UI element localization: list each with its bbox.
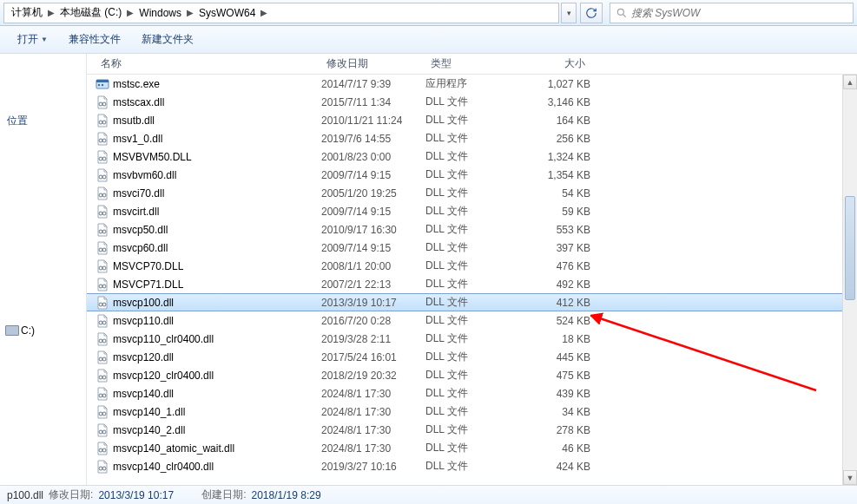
file-size: 34 KB	[521, 406, 590, 418]
new-folder-label: 新建文件夹	[142, 32, 194, 47]
dll-icon	[96, 187, 109, 200]
nav-location[interactable]: 位置	[3, 111, 82, 131]
file-type: DLL 文件	[425, 331, 521, 346]
refresh-button[interactable]	[580, 3, 603, 23]
column-type[interactable]: 类型	[425, 56, 521, 71]
search-box[interactable]	[610, 3, 854, 23]
file-row[interactable]: msvcp120.dll2017/5/24 16:01DLL 文件445 KB	[87, 348, 857, 366]
dll-icon	[96, 95, 109, 109]
new-folder-button[interactable]: 新建文件夹	[133, 29, 202, 50]
scroll-thumb[interactable]	[845, 196, 855, 300]
address-dropdown[interactable]: ▾	[561, 3, 577, 23]
file-type: DLL 文件	[425, 204, 521, 219]
file-row[interactable]: msvcp140_atomic_wait.dll2024/8/1 17:30DL…	[87, 439, 857, 457]
file-name: msutb.dll	[113, 115, 321, 127]
search-input[interactable]	[631, 7, 847, 19]
dll-icon	[96, 350, 109, 364]
file-row[interactable]: msutb.dll2010/11/21 11:24DLL 文件164 KB	[87, 111, 857, 129]
file-name: mstsc.exe	[113, 78, 321, 90]
column-size[interactable]: 大小	[521, 56, 590, 71]
file-type: DLL 文件	[425, 295, 521, 310]
details-bar: p100.dll 修改日期: 2013/3/19 10:17 创建日期: 201…	[0, 485, 857, 504]
file-row[interactable]: MSVCP70.DLL2008/1/1 20:00DLL 文件476 KB	[87, 257, 857, 275]
file-name: MSVCP71.DLL	[113, 278, 321, 291]
file-type: DLL 文件	[425, 222, 521, 237]
breadcrumb-item[interactable]: Windows	[135, 7, 185, 19]
chevron-right-icon[interactable]: ▶	[46, 8, 56, 17]
column-date[interactable]: 修改日期	[321, 56, 425, 71]
file-date: 2024/8/1 17:30	[321, 406, 425, 418]
file-size: 424 KB	[521, 461, 590, 473]
file-name: mstscax.dll	[113, 96, 321, 108]
file-row[interactable]: msvcp120_clr0400.dll2018/2/19 20:32DLL 文…	[87, 366, 857, 384]
file-name: msvcp140.dll	[113, 388, 321, 400]
toolbar: 打开 ▼ 兼容性文件 新建文件夹	[0, 26, 857, 54]
file-size: 439 KB	[521, 388, 590, 400]
breadcrumb-item[interactable]: SysWOW64	[195, 7, 259, 19]
file-name: msvcp140_2.dll	[113, 424, 321, 436]
dll-icon	[96, 405, 109, 419]
file-name: msv1_0.dll	[113, 133, 321, 145]
file-size: 397 KB	[521, 242, 590, 254]
chevron-right-icon[interactable]: ▶	[259, 8, 269, 17]
file-type: DLL 文件	[425, 95, 521, 109]
file-row[interactable]: msvcp50.dll2010/9/17 16:30DLL 文件553 KB	[87, 220, 857, 239]
svg-point-0	[617, 9, 623, 15]
file-size: 59 KB	[521, 206, 590, 218]
compat-files-button[interactable]: 兼容性文件	[60, 29, 129, 50]
dll-icon	[96, 114, 109, 128]
file-list[interactable]: mstsc.exe2014/7/17 9:39应用程序1,027 KBmstsc…	[87, 75, 857, 485]
file-date: 2009/7/14 9:15	[321, 242, 425, 254]
file-name: msvcp60.dll	[113, 242, 321, 254]
file-size: 1,324 KB	[521, 151, 590, 163]
file-row[interactable]: MSVCP71.DLL2007/2/1 22:13DLL 文件492 KB	[87, 275, 857, 293]
file-date: 2005/1/20 19:25	[321, 187, 425, 200]
chevron-right-icon[interactable]: ▶	[185, 8, 195, 17]
file-type: DLL 文件	[425, 113, 521, 128]
scroll-down-icon[interactable]: ▼	[843, 470, 857, 485]
scrollbar[interactable]: ▲ ▼	[842, 75, 857, 485]
details-created-value: 2018/1/19 8:29	[251, 489, 320, 501]
file-row[interactable]: msvcp60.dll2009/7/14 9:15DLL 文件397 KB	[87, 239, 857, 257]
breadcrumb-item[interactable]: 本地磁盘 (C:)	[56, 5, 125, 20]
svg-point-3	[98, 83, 100, 85]
refresh-icon	[585, 7, 597, 19]
details-filename: p100.dll	[7, 489, 43, 501]
chevron-right-icon[interactable]: ▶	[125, 8, 135, 17]
file-size: 475 KB	[521, 370, 590, 382]
dll-icon	[96, 278, 109, 291]
file-row[interactable]: mstsc.exe2014/7/17 9:39应用程序1,027 KB	[87, 75, 857, 93]
file-row[interactable]: msvci70.dll2005/1/20 19:25DLL 文件54 KB	[87, 184, 857, 202]
file-name: msvcirt.dll	[113, 206, 321, 218]
file-date: 2017/5/24 16:01	[321, 351, 425, 363]
file-row[interactable]: msvcp100.dll2013/3/19 10:17DLL 文件412 KB	[87, 293, 857, 311]
file-row[interactable]: msvcirt.dll2009/7/14 9:15DLL 文件59 KB	[87, 202, 857, 220]
file-date: 2019/3/28 2:11	[321, 333, 425, 345]
file-type: DLL 文件	[425, 167, 521, 182]
scroll-up-icon[interactable]: ▲	[843, 75, 857, 89]
file-type: DLL 文件	[425, 386, 521, 401]
open-button[interactable]: 打开 ▼	[9, 29, 56, 50]
nav-drive-c[interactable]: C:)	[3, 322, 82, 339]
file-type: DLL 文件	[425, 422, 521, 437]
file-row[interactable]: msvbvm60.dll2009/7/14 9:15DLL 文件1,354 KB	[87, 166, 857, 184]
file-date: 2001/8/23 0:00	[321, 151, 425, 163]
file-row[interactable]: msvcp140.dll2024/8/1 17:30DLL 文件439 KB	[87, 384, 857, 403]
breadcrumb[interactable]: 计算机▶本地磁盘 (C:)▶Windows▶SysWOW64▶	[3, 3, 559, 23]
dll-icon	[96, 460, 109, 474]
dll-icon	[96, 132, 109, 146]
file-row[interactable]: MSVBVM50.DLL2001/8/23 0:00DLL 文件1,324 KB	[87, 147, 857, 166]
file-row[interactable]: msvcp140_clr0400.dll2019/3/27 10:16DLL 文…	[87, 457, 857, 475]
file-row[interactable]: mstscax.dll2015/7/11 1:34DLL 文件3,146 KB	[87, 93, 857, 111]
svg-point-4	[102, 83, 103, 85]
file-row[interactable]: msv1_0.dll2019/7/6 14:55DLL 文件256 KB	[87, 129, 857, 147]
column-name[interactable]: 名称	[96, 56, 321, 71]
file-type: DLL 文件	[425, 459, 521, 474]
file-row[interactable]: msvcp140_2.dll2024/8/1 17:30DLL 文件278 KB	[87, 421, 857, 439]
file-size: 524 KB	[521, 315, 590, 327]
breadcrumb-item[interactable]: 计算机	[8, 5, 46, 20]
file-row[interactable]: msvcp140_1.dll2024/8/1 17:30DLL 文件34 KB	[87, 403, 857, 421]
file-row[interactable]: msvcp110.dll2016/7/20 0:28DLL 文件524 KB	[87, 311, 857, 330]
file-row[interactable]: msvcp110_clr0400.dll2019/3/28 2:11DLL 文件…	[87, 330, 857, 348]
file-list-pane: 名称 修改日期 类型 大小 mstsc.exe2014/7/17 9:39应用程…	[87, 54, 857, 485]
